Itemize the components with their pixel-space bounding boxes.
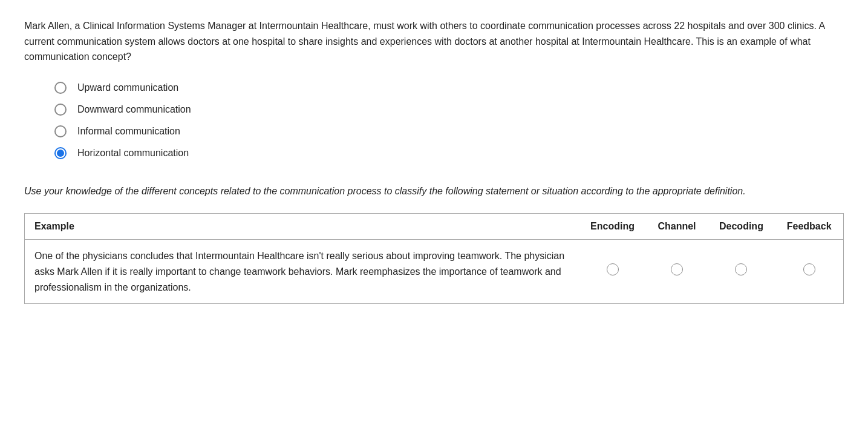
radio-informal[interactable] <box>54 125 67 137</box>
option-horizontal[interactable]: Horizontal communication <box>54 147 844 159</box>
table-cell-channel[interactable] <box>646 240 707 303</box>
classification-table: Example Encoding Channel Decoding Feedba… <box>24 213 844 304</box>
col-header-encoding: Encoding <box>579 214 647 240</box>
radio-horizontal[interactable] <box>54 147 67 159</box>
table-cell-feedback[interactable] <box>775 240 843 303</box>
option-upward[interactable]: Upward communication <box>54 82 844 94</box>
table-row: One of the physicians concludes that Int… <box>25 240 843 303</box>
options-list: Upward communication Downward communicat… <box>54 82 844 159</box>
instruction-text: Use your knowledge of the different conc… <box>24 183 844 199</box>
table-cell-decoding[interactable] <box>708 240 775 303</box>
option-horizontal-label: Horizontal communication <box>77 148 189 159</box>
radio-channel[interactable] <box>671 263 683 275</box>
question-text: Mark Allen, a Clinical Information Syste… <box>24 18 844 65</box>
option-informal[interactable]: Informal communication <box>54 125 844 137</box>
option-downward[interactable]: Downward communication <box>54 104 844 116</box>
col-header-feedback: Feedback <box>775 214 843 240</box>
col-header-decoding: Decoding <box>708 214 775 240</box>
option-downward-label: Downward communication <box>77 104 191 115</box>
option-upward-label: Upward communication <box>77 82 178 93</box>
radio-decoding[interactable] <box>735 263 747 275</box>
radio-feedback[interactable] <box>803 263 815 275</box>
col-header-example: Example <box>25 214 579 240</box>
option-informal-label: Informal communication <box>77 126 180 137</box>
col-header-channel: Channel <box>646 214 707 240</box>
table-cell-encoding[interactable] <box>579 240 647 303</box>
table-cell-example: One of the physicians concludes that Int… <box>25 240 579 303</box>
radio-downward[interactable] <box>54 104 67 116</box>
radio-upward[interactable] <box>54 82 67 94</box>
radio-encoding[interactable] <box>607 263 619 275</box>
